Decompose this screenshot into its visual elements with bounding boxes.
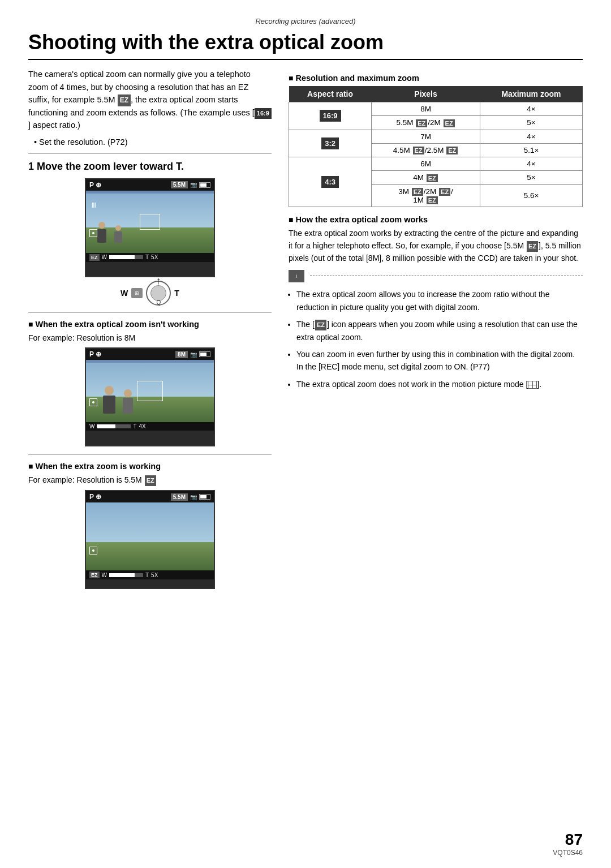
cam1-t-label: T: [145, 254, 149, 260]
cam2-t-label: T: [133, 423, 136, 429]
aspect-badge-43: 4:3: [321, 176, 339, 188]
cam2-bottom-bar: W T 4X: [86, 422, 214, 431]
cam1-battery: [199, 182, 210, 188]
working-heading: When the extra zoom is working: [28, 462, 272, 471]
cam2-body2: [123, 398, 133, 414]
page-title: Shooting with the extra optical zoom: [28, 30, 583, 60]
max-cell-51x: 5.1×: [480, 143, 582, 157]
arrow-up: ↑: [156, 275, 161, 287]
note-ez-badge: EZ: [315, 320, 326, 331]
table-row: 3:2 7M 4×: [289, 130, 583, 143]
cam1-head1: [98, 222, 105, 229]
note-item-4: The extra optical zoom does not work in …: [296, 378, 583, 390]
w-label-diagram: W: [121, 289, 128, 298]
ez2: EZ: [444, 119, 455, 127]
table-row: 16:9 8M 4×: [289, 102, 583, 116]
intro-text: The camera's optical zoom can normally g…: [28, 68, 272, 131]
lever-circle: ↑ Q: [146, 281, 171, 306]
cam1-body1: [97, 229, 106, 243]
page-header: Recording pictures (advanced): [28, 17, 583, 25]
max-cell-4x-2: 4×: [480, 130, 582, 143]
ez-badge-intro: EZ: [118, 94, 131, 106]
t-label-diagram: T: [174, 289, 179, 298]
ez1: EZ: [416, 119, 427, 127]
cam2-zoom-fill: [97, 424, 115, 428]
cam1-w-label: W: [102, 254, 107, 260]
cam3-zoom-fill: [109, 573, 135, 577]
cam2-mode-icon: [89, 398, 97, 406]
cam2-head2: [124, 389, 132, 397]
not-working-heading-text: When the extra optical zoom isn't workin…: [35, 320, 199, 329]
pixels-cell-4m: 4M EZ: [372, 171, 480, 184]
cam3-ez-badge: EZ: [89, 571, 100, 578]
cam2-w-label: W: [89, 423, 94, 429]
pixels-cell-55m: 5.5M EZ/2M EZ: [372, 116, 480, 130]
cam1-zoom-level: 5X: [151, 254, 158, 260]
cam1-battery-area: [199, 182, 210, 188]
cam3-top-bar: P ⊕ 5.5M 📷: [86, 491, 214, 502]
cam3-battery: [199, 494, 210, 500]
cam1-center-info: 5.5M 📷: [171, 181, 210, 188]
resolution-table-heading: Resolution and maximum zoom: [289, 74, 583, 83]
note-item-1: The extra optical zoom allows you to inc…: [296, 288, 583, 313]
page-number: 87: [565, 831, 583, 849]
cam3-scene: [86, 502, 214, 570]
pixels-cell-8m: 8M: [372, 102, 480, 116]
th-max: Maximum zoom: [480, 86, 582, 102]
cam3-battery-fill: [200, 495, 206, 499]
max-cell-56x: 5.6×: [480, 184, 582, 207]
cam3-sky: [86, 502, 214, 542]
cam1-af-box: [140, 214, 160, 230]
step1-heading: 1 Move the zoom lever toward T.: [28, 161, 272, 173]
ez8: EZ: [427, 196, 438, 204]
how-works-heading-text: How the extra optical zoom works: [295, 215, 428, 224]
cam2-figure1: [103, 386, 115, 414]
how-ez-badge: EZ: [527, 241, 538, 252]
notes-list: The extra optical zoom allows you to inc…: [289, 288, 583, 390]
max-cell-5x-2: 5×: [480, 171, 582, 184]
camera-screen-2: P ⊕ 8M 📷 19: [85, 347, 215, 446]
note-box: i: [289, 270, 583, 282]
cam1-zoom-area: EZ W T 5X: [89, 254, 158, 261]
table-header-row: Aspect ratio Pixels Maximum zoom: [289, 86, 583, 102]
cam3-mode-dot: [92, 549, 94, 552]
ez3: EZ: [413, 147, 424, 154]
note-item-2: The [EZ] icon appears when you zoom whil…: [296, 318, 583, 343]
max-cell-4x-3: 4×: [480, 157, 582, 171]
th-pixels: Pixels: [372, 86, 480, 102]
not-working-heading: When the extra optical zoom isn't workin…: [28, 320, 272, 329]
aspect-cell-32: 3:2: [289, 130, 372, 157]
note-icon-symbol: i: [296, 273, 297, 279]
cam3-t-label: T: [145, 572, 149, 578]
cam3-res-badge: 5.5M: [171, 493, 188, 501]
cam2-top-bar: P ⊕ 8M 📷: [86, 349, 214, 360]
cam3-zoom-bar: [109, 573, 143, 577]
cam3-w-label: W: [102, 572, 107, 578]
cam1-left-icon: [89, 229, 97, 237]
cam1-bottom-bar: EZ W T 5X: [86, 253, 214, 262]
max-cell-5x: 5×: [480, 116, 582, 130]
cam1-p-icon: P ⊕: [89, 181, 101, 189]
cam1-ez-badge: EZ: [89, 254, 100, 261]
cam1-figure1: [97, 222, 106, 243]
cam2-figure2: [123, 389, 133, 414]
max-cell-4x: 4×: [480, 102, 582, 116]
cam1-mode-dot: [92, 232, 94, 234]
cam3-ground: [86, 539, 214, 570]
cam2-zoom-bar: [97, 424, 131, 428]
table-row: 4:3 6M 4×: [289, 157, 583, 171]
cam1-burst: |||: [92, 202, 96, 208]
cam3-p-icon: P ⊕: [89, 493, 101, 501]
cam1-zoom-fill: [109, 255, 135, 259]
cam2-p-icon: P ⊕: [89, 350, 101, 358]
how-works-heading: How the extra optical zoom works: [289, 215, 583, 224]
aspect-badge-intro: 16:9: [255, 108, 272, 119]
left-column: The camera's optical zoom can normally g…: [28, 68, 272, 592]
aspect-badge-32: 3:2: [321, 137, 339, 149]
cam1-head2: [115, 225, 121, 231]
pixels-cell-3m: 3M EZ/2M EZ/1M EZ: [372, 184, 480, 207]
cam1-res-badge: 5.5M: [171, 181, 188, 188]
cam2-battery-fill: [200, 353, 206, 356]
cam3-cam-icon: 📷: [190, 494, 197, 500]
ez5: EZ: [427, 174, 438, 182]
